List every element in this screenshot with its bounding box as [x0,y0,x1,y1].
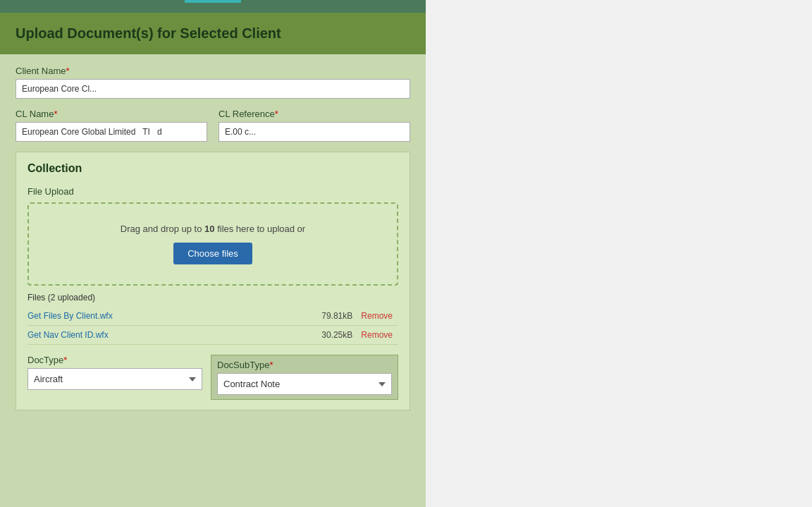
file-1-size: 79.81kB [321,311,352,321]
doctype-row: DocType* Aircraft DocSubType* Contract N… [27,355,398,400]
file-row-2: Get Nav Client ID.wfx 30.25kB Remove [27,326,398,345]
cl-name-group: CL Name* [16,109,207,142]
cl-reference-label: CL Reference* [219,109,410,119]
file-2-size: 30.25kB [321,330,352,340]
page-title: Upload Document(s) for Selected Client [16,25,410,42]
file-2-remove[interactable]: Remove [361,330,393,340]
drop-zone[interactable]: Drag and drop up to 10 files here to upl… [27,202,398,286]
files-info: Files (2 uploaded) [27,293,398,303]
doctype-group: DocType* Aircraft [27,355,202,400]
top-bar [0,0,426,13]
docsubtype-group: DocSubType* Contract Note [211,355,398,400]
doctype-select[interactable]: Aircraft [27,368,202,390]
cl-reference-input[interactable] [219,122,410,142]
collection-title: Collection [27,162,398,178]
drop-zone-text: Drag and drop up to 10 files here to upl… [40,224,386,234]
file-upload-label: File Upload [27,186,398,197]
docsubtype-select[interactable]: Contract Note [217,373,392,395]
doctype-label: DocType* [27,355,202,365]
file-1-remove[interactable]: Remove [361,311,393,321]
header-section: Upload Document(s) for Selected Client [0,13,426,54]
form-section: Client Name* CL Name* CL Reference* [0,54,426,422]
max-files: 10 [204,224,214,234]
choose-files-button[interactable]: Choose files [173,243,252,264]
file-2-link[interactable]: Get Nav Client ID.wfx [27,330,321,340]
file-row-1: Get Files By Client.wfx 79.81kB Remove [27,307,398,326]
main-panel: Upload Document(s) for Selected Client C… [0,0,426,507]
cl-reference-group: CL Reference* [219,109,410,142]
collection-card: Collection File Upload Drag and drop up … [16,152,410,410]
cl-name-label: CL Name* [16,109,207,119]
page-container: Upload Document(s) for Selected Client C… [0,0,812,507]
file-1-link[interactable]: Get Files By Client.wfx [27,311,321,321]
cl-row: CL Name* CL Reference* [16,109,410,142]
client-name-label: Client Name* [16,66,410,76]
top-bar-accent [185,0,241,3]
client-name-group: Client Name* [16,66,410,99]
cl-name-input[interactable] [16,122,207,142]
client-name-input[interactable] [16,79,410,99]
docsubtype-label: DocSubType* [217,360,392,370]
